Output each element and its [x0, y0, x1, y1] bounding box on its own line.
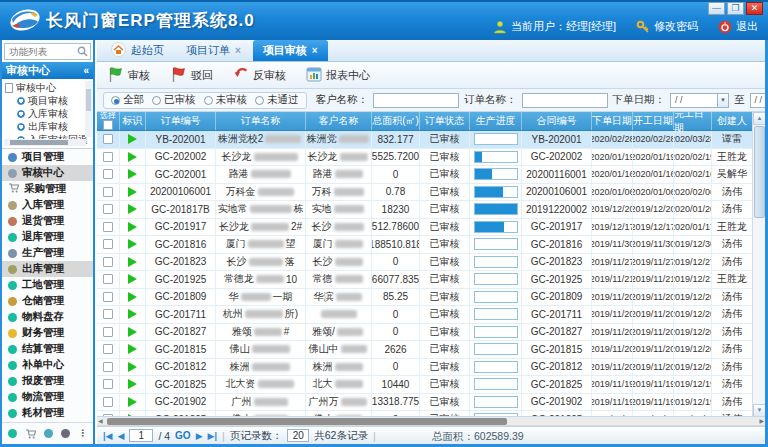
table-row[interactable]: GC-201823长沙落长沙0已审核GC-2018232019/11/27201…: [97, 254, 752, 272]
sidebar-item-生产管理[interactable]: 生产管理: [2, 245, 93, 261]
table-row[interactable]: GC-201711杭州所)0已审核GC-2017112019/11/202019…: [97, 306, 752, 324]
table-row[interactable]: GC-201917长沙龙2#长沙8512.78600..已审核GC-201917…: [97, 219, 752, 237]
sidebar-item-物流管理[interactable]: 物流管理: [2, 389, 93, 405]
sidebar-item-采购管理[interactable]: 采购管理: [2, 181, 93, 197]
row-checkbox[interactable]: [103, 134, 113, 144]
row-checkbox[interactable]: [103, 309, 113, 319]
column-header-标识[interactable]: 标识: [120, 112, 146, 130]
next-page-button[interactable]: ▶: [196, 431, 203, 441]
tab-项目订单[interactable]: 项目订单×: [176, 40, 251, 61]
table-row[interactable]: 20200106001万科金万科0.78已审核202001060012020/0…: [97, 184, 752, 202]
sidebar-item-物料盘存[interactable]: 物料盘存: [2, 309, 93, 325]
table-row[interactable]: GC-201816厦门望厦门188510.818已审核GC-2018162019…: [97, 236, 752, 254]
row-checkbox[interactable]: [103, 152, 113, 162]
scroll-left-icon[interactable]: ◀: [98, 417, 103, 426]
order-name-input[interactable]: [522, 93, 608, 108]
table-row[interactable]: GC-201812株洲株洲0已审核GC-2018122019/11/202019…: [97, 359, 752, 377]
function-search-input[interactable]: [7, 45, 77, 58]
row-checkbox[interactable]: [103, 327, 113, 337]
row-checkbox[interactable]: [103, 222, 113, 232]
column-header-生产进度[interactable]: 生产进度: [470, 112, 522, 130]
sidebar-item-审核中心[interactable]: 审核中心: [2, 165, 93, 181]
order-date-from-picker[interactable]: / /▼: [670, 93, 729, 108]
row-checkbox[interactable]: [103, 292, 113, 302]
row-checkbox[interactable]: [103, 397, 113, 407]
page-number-input[interactable]: [129, 429, 153, 442]
row-checkbox[interactable]: [103, 187, 113, 197]
tree-horizontal-scrollbar[interactable]: [4, 139, 86, 146]
cart-icon[interactable]: [25, 425, 36, 443]
row-checkbox[interactable]: [103, 239, 113, 249]
table-row[interactable]: GC-202002长沙龙长沙龙65525.7200..已审核GC-2020022…: [97, 149, 752, 167]
column-header-总面积(㎡)[interactable]: 总面积(㎡): [372, 112, 420, 130]
go-button[interactable]: GO: [175, 430, 191, 441]
table-row[interactable]: GC-201817B实地常栋实地18230已审核201912200022019/…: [97, 201, 752, 219]
审核-button[interactable]: 审核: [107, 66, 150, 85]
radio-全部[interactable]: 全部: [111, 93, 144, 107]
table-row[interactable]: GC-201827雅颂#雅颂/0已审核GC-2018272019/11/2020…: [97, 324, 752, 342]
sidebar-item-耗材管理[interactable]: 耗材管理: [2, 405, 93, 421]
scroll-right-icon[interactable]: ▶: [759, 417, 764, 426]
dot-icon[interactable]: [8, 429, 17, 438]
customer-name-input[interactable]: [373, 93, 459, 108]
radio-已审核[interactable]: 已审核: [152, 93, 196, 107]
leaf-icon[interactable]: [44, 429, 53, 438]
tab-项目审核[interactable]: 项目审核×: [253, 40, 328, 61]
row-checkbox[interactable]: [103, 274, 113, 284]
order-date-to-picker[interactable]: / /▼: [750, 93, 766, 108]
prev-page-button[interactable]: ◀: [117, 431, 124, 441]
radio-未审核[interactable]: 未审核: [204, 93, 248, 107]
sidebar-item-入库管理[interactable]: 入库管理: [2, 197, 93, 213]
table-row[interactable]: GC-201925常德龙10常德266077.835..已审核GC-201925…: [97, 271, 752, 289]
column-header-订单状态[interactable]: 订单状态: [420, 112, 470, 130]
close-tab-icon[interactable]: ×: [235, 45, 241, 56]
sidebar-item-退库管理[interactable]: 退库管理: [2, 229, 93, 245]
table-row[interactable]: GC-201809华一期华滨85.25已审核GC-2018092019/11/2…: [97, 289, 752, 307]
tree-item-出库审核[interactable]: 出库审核: [5, 120, 83, 133]
row-checkbox[interactable]: [103, 169, 113, 179]
overflow-icon[interactable]: ⋮: [78, 429, 87, 438]
column-header-开工日期[interactable]: 开工日期: [633, 112, 674, 130]
sidebar-item-财务管理[interactable]: 财务管理: [2, 325, 93, 341]
logout-button[interactable]: 退出: [718, 19, 758, 34]
row-checkbox[interactable]: [103, 344, 113, 354]
row-checkbox[interactable]: [103, 257, 113, 267]
column-header-客户名称[interactable]: 客户名称: [306, 112, 372, 130]
sidebar-item-仓储管理[interactable]: 仓储管理: [2, 293, 93, 309]
column-header-选择[interactable]: 选择: [97, 112, 120, 130]
radio-未通过[interactable]: 未通过: [255, 93, 299, 107]
row-checkbox[interactable]: [103, 362, 113, 372]
collapse-icon[interactable]: «: [83, 65, 89, 76]
column-header-完工日期[interactable]: 完工日期: [674, 112, 712, 130]
page-size-input[interactable]: [287, 429, 309, 442]
sidebar-item-项目管理[interactable]: 项目管理: [2, 149, 93, 165]
sidebar-item-出库管理[interactable]: 出库管理: [2, 261, 93, 277]
vertical-scroll-thumb[interactable]: [754, 126, 765, 218]
first-page-button[interactable]: |◀: [103, 431, 112, 441]
minimize-button[interactable]: —: [708, 2, 725, 15]
sidebar-item-报废管理[interactable]: 报废管理: [2, 373, 93, 389]
row-checkbox[interactable]: [103, 204, 113, 214]
tree-vertical-scrollbar[interactable]: [85, 81, 92, 137]
horizontal-scroll-thumb[interactable]: [107, 418, 507, 425]
tree-item-入库审核[interactable]: 入库审核: [5, 107, 83, 120]
column-header-订单名称[interactable]: 订单名称: [216, 112, 306, 130]
table-row[interactable]: GC-202001路港路港0已审核202001160012020/01/1620…: [97, 166, 752, 184]
反审核-button[interactable]: 反审核: [233, 66, 286, 84]
sidebar-item-结算管理[interactable]: 结算管理: [2, 341, 93, 357]
change-password-button[interactable]: 修改密码: [636, 19, 698, 34]
column-header-订单编号[interactable]: 订单编号: [146, 112, 216, 130]
close-tab-icon[interactable]: ×: [312, 45, 318, 56]
building-icon[interactable]: [61, 429, 70, 438]
table-row[interactable]: GC-201815佛山佛山中2626已审核GC-2018152019/11/20…: [97, 341, 752, 359]
sidebar-item-工地管理[interactable]: 工地管理: [2, 277, 93, 293]
table-row[interactable]: YB-202001株洲党校2株洲党832.177已审核YB-2020012020…: [97, 131, 752, 149]
column-header-创建人[interactable]: 创建人: [712, 112, 752, 130]
tree-item-项目审核[interactable]: 项目审核: [5, 94, 83, 107]
sidebar-item-退货管理[interactable]: 退货管理: [2, 213, 93, 229]
column-header-下单日期[interactable]: 下单日期: [592, 112, 633, 130]
maximize-button[interactable]: ❐: [727, 2, 744, 15]
报表中心-button[interactable]: 报表中心: [306, 67, 370, 84]
tree-root-audit-center[interactable]: 审核中心: [5, 81, 83, 94]
sidebar-item-补单中心[interactable]: 补单中心: [2, 357, 93, 373]
